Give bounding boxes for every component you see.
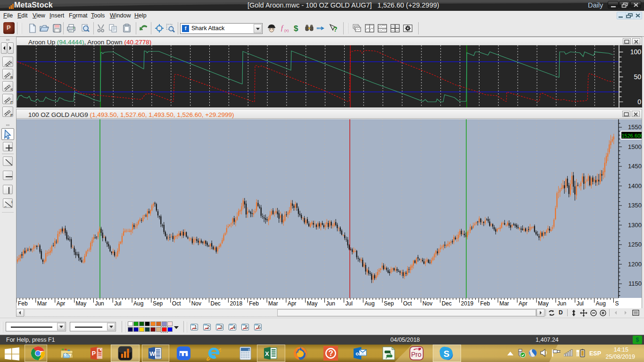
svg-text:R: R (10, 75, 13, 79)
svg-text:Aug: Aug (364, 300, 374, 307)
svg-text:Mar: Mar (37, 300, 47, 307)
svg-text:0: 0 (637, 98, 641, 106)
svg-text:D: D (10, 100, 13, 104)
svg-text:2018: 2018 (230, 300, 242, 307)
svg-text:Oct: Oct (172, 300, 181, 307)
svg-text:Sep: Sep (153, 300, 163, 307)
svg-text:Dec: Dec (442, 300, 452, 307)
svg-text:Mar: Mar (499, 300, 509, 307)
svg-text:2019: 2019 (461, 300, 474, 307)
svg-text:S: S (615, 300, 619, 307)
svg-text:1350: 1350 (628, 202, 642, 209)
svg-text:Jun: Jun (557, 300, 566, 307)
svg-text:Jul: Jul (346, 300, 353, 307)
svg-text:Feb: Feb (18, 300, 28, 307)
svg-text:L: L (11, 200, 13, 204)
svg-text:Pro: Pro (411, 351, 421, 358)
svg-text:Dec: Dec (211, 300, 221, 307)
svg-text:Sep: Sep (384, 300, 394, 307)
svg-text:S: S (4, 206, 7, 208)
svg-text:W: W (149, 350, 156, 357)
svg-text:o: o (355, 350, 359, 356)
svg-text:May: May (307, 300, 318, 307)
svg-text:?: ? (329, 349, 333, 357)
svg-text:Aug: Aug (596, 300, 606, 307)
svg-text:Jun: Jun (326, 300, 335, 307)
svg-text:X: X (265, 350, 269, 357)
svg-text:Nov: Nov (191, 300, 201, 307)
svg-text:Nov: Nov (422, 300, 432, 307)
svg-text:Apr: Apr (519, 300, 528, 307)
svg-text:Jul: Jul (577, 300, 584, 307)
svg-text:1200: 1200 (628, 261, 642, 268)
svg-text:Feb: Feb (480, 300, 490, 307)
svg-text:S: S (10, 88, 13, 91)
svg-text:(x): (x) (284, 28, 289, 33)
svg-text:Oct: Oct (403, 300, 412, 307)
svg-text:E: E (10, 113, 13, 117)
svg-text:100: 100 (630, 48, 642, 56)
svg-text:P: P (92, 350, 96, 357)
svg-text:Jul: Jul (114, 300, 121, 307)
svg-text:?: ? (333, 25, 338, 33)
svg-text:1500: 1500 (628, 143, 642, 150)
svg-text:Apr: Apr (288, 300, 297, 307)
svg-text:May: May (76, 300, 87, 307)
svg-text:Feb: Feb (249, 300, 259, 307)
svg-text:Aug: Aug (133, 300, 143, 307)
svg-text:$: $ (294, 24, 298, 33)
svg-text:0: 0 (248, 348, 249, 351)
svg-text:1526.600: 1526.600 (622, 133, 642, 139)
svg-text:Apr: Apr (57, 300, 66, 307)
svg-text:f: f (281, 24, 284, 32)
svg-text:May: May (538, 300, 549, 307)
svg-text:1250: 1250 (628, 241, 642, 248)
svg-text:1400: 1400 (628, 182, 642, 189)
svg-text:1150: 1150 (628, 280, 642, 287)
svg-text:Mar: Mar (268, 300, 278, 307)
svg-text:1300: 1300 (628, 222, 642, 229)
svg-text:1450: 1450 (628, 163, 642, 170)
svg-text:S: S (444, 349, 450, 359)
svg-text:Jun: Jun (95, 300, 104, 307)
svg-text:1550: 1550 (628, 123, 642, 131)
svg-text:50: 50 (634, 73, 641, 81)
